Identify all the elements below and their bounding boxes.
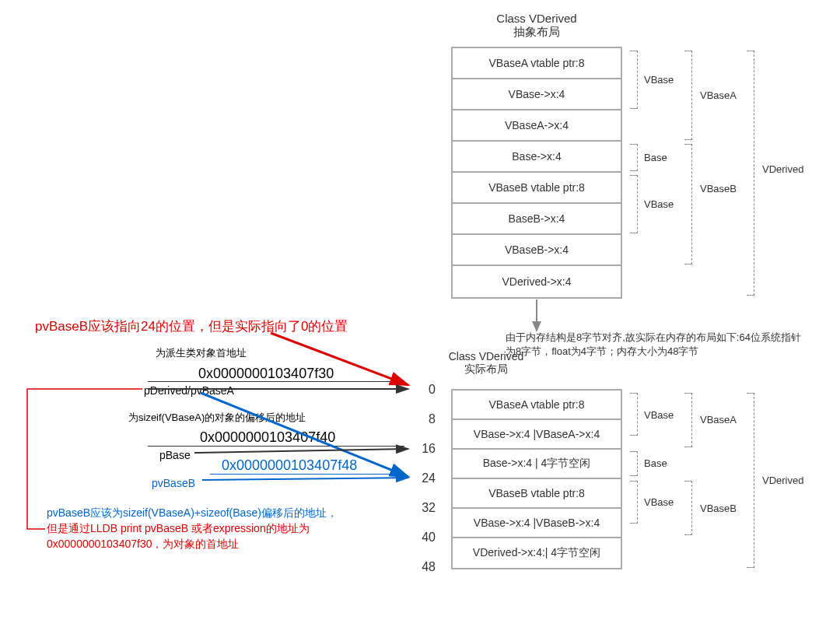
top-row-4: VBaseB vtable ptr:8: [453, 173, 621, 204]
actual-title-1: Class VDerived: [439, 350, 533, 363]
top-row-3: Base->x:4: [453, 142, 621, 173]
top-row-1: VBase->x:4: [453, 79, 621, 110]
offset-0: 0: [412, 383, 436, 397]
bot-bracket-vbase1: [630, 393, 638, 436]
bot-label-base: Base: [644, 457, 667, 469]
top-label-vbase1: VBase: [644, 74, 674, 86]
layout-note: 由于内存结构是8字节对齐,故实际在内存的布局如下:64位系统指针为8字节，flo…: [506, 331, 801, 359]
sizeof-note: 为sizeif(VBaseA)的对象的偏移后的地址: [128, 411, 306, 425]
offset-3: 24: [412, 471, 436, 485]
bot-label-vbase2: VBase: [644, 496, 674, 508]
red-note2: 但是通过LLDB print pvBaseB 或者expression的地址为0…: [47, 521, 381, 552]
top-bracket-vbase1: [630, 51, 638, 109]
top-title-1: Class VDerived: [451, 12, 622, 25]
label1: pDerived/pvBaseA: [144, 384, 234, 399]
addr3-line: [210, 474, 404, 475]
top-bracket-vbasea: [684, 51, 692, 140]
top-bracket-vderived: [747, 51, 754, 296]
bot-row-4: VBase->x:4 |VBaseB->x:4: [453, 509, 621, 538]
top-row-2: VBaseA->x:4: [453, 110, 621, 142]
addr3: 0x0000000103407f48: [222, 456, 357, 475]
top-row-6: VBaseB->x:4: [453, 235, 621, 266]
offset-4: 32: [412, 501, 436, 515]
label3: pvBaseB: [152, 476, 195, 492]
top-label-vderived: VDerived: [762, 163, 803, 175]
red-title: pvBaseB应该指向24的位置，但是实际指向了0的位置: [35, 317, 348, 336]
top-bracket-vbaseb: [684, 144, 692, 264]
top-bracket-vbase2: [630, 175, 638, 233]
bot-bracket-vbase2: [630, 481, 638, 524]
blue-note1: pvBaseB应该为sizeif(VBaseA)+sizeof(Base)偏移后…: [47, 506, 338, 521]
offset-5: 40: [412, 531, 436, 545]
top-title-2: 抽象布局: [451, 25, 622, 40]
bot-row-5: VDerived->x:4:| 4字节空闲: [453, 538, 621, 568]
top-row-7: VDerived->x:4: [453, 266, 621, 297]
bot-label-vbasea: VBaseA: [700, 414, 737, 426]
top-row-5: BaseB->x:4: [453, 204, 621, 235]
bot-label-vbaseb: VBaseB: [700, 503, 737, 514]
bot-row-3: VBaseB vtable ptr:8: [453, 479, 621, 509]
bot-bracket-vderived: [747, 393, 754, 568]
actual-title-2: 实际布局: [439, 363, 533, 377]
offset-6: 48: [412, 560, 436, 574]
bot-label-vbase1: VBase: [644, 409, 674, 421]
bot-row-1: VBase->x:4 |VBaseA->x:4: [453, 420, 621, 450]
top-bracket-base: [630, 144, 638, 171]
addr2: 0x0000000103407f40: [200, 428, 335, 447]
bot-bracket-vbaseb: [684, 481, 692, 535]
derived-note: 为派生类对象首地址: [156, 346, 247, 360]
addr1-line: [148, 381, 404, 382]
offset-1: 8: [412, 412, 436, 426]
top-label-vbase2: VBase: [644, 198, 674, 210]
bot-row-0: VBaseA vtable ptr:8: [453, 391, 621, 420]
label2: pBase: [159, 448, 191, 464]
svg-line-3: [194, 449, 408, 453]
bot-label-vderived: VDerived: [762, 475, 803, 486]
offset-2: 16: [412, 442, 436, 456]
actual-layout-table: VBaseA vtable ptr:8 VBase->x:4 |VBaseA->…: [451, 389, 622, 569]
top-label-vbasea: VBaseA: [700, 89, 737, 101]
top-label-base: Base: [644, 152, 667, 163]
top-label-vbaseb: VBaseB: [700, 183, 737, 194]
addr2-line: [148, 446, 404, 447]
abstract-layout-table: VBaseA vtable ptr:8 VBase->x:4 VBaseA->x…: [451, 47, 622, 299]
bot-bracket-vbasea: [684, 393, 692, 447]
top-row-0: VBaseA vtable ptr:8: [453, 48, 621, 79]
svg-line-4: [202, 478, 408, 480]
bot-bracket-base: [630, 451, 638, 476]
bot-row-2: Base->x:4 | 4字节空闲: [453, 450, 621, 479]
